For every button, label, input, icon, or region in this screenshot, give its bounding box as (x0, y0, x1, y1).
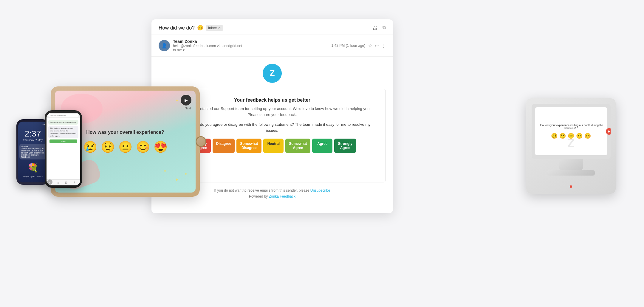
unsubscribe-link[interactable]: Unsubscribe (310, 188, 330, 193)
kiosk-screen-frame: Z How was your experience visiting our b… (532, 104, 611, 159)
kiosk-base (547, 170, 595, 176)
kiosk-screen: Z How was your experience visiting our b… (535, 107, 607, 155)
zonka-logo: Z (159, 64, 386, 83)
kiosk-pole (559, 158, 583, 170)
email-time-icons: ☆ ↩ ⋮ (368, 43, 386, 49)
phone1-time: 2:37 (25, 129, 41, 139)
kiosk-emoji-4[interactable]: 🙂 (576, 133, 583, 139)
email-timestamp: 1:42 PM (1 hour ago) (332, 44, 365, 48)
phone2-browser-bar: s.zt1.zonkaplatform.com (47, 113, 80, 118)
phone2-nav-tabs[interactable]: ⊡ (65, 181, 67, 184)
phone2-done-btn[interactable]: Done (49, 139, 77, 143)
notification-text: Thank you for placing an order with us. … (21, 148, 44, 158)
phone2-chat-message: This delivery was very smooth and on tim… (48, 126, 78, 138)
phone1-status-bar: ••• (18, 122, 47, 127)
logo-circle: Z (263, 64, 282, 83)
inbox-badge: Inbox ✕ (206, 25, 223, 31)
scene: How did we do? 😊 Inbox ✕ 🖨 ⧉ 👤 Team Zonk… (0, 0, 644, 307)
phone1-screen: ••• 2:37 Thursday, 7 May ZONKA Thank you… (18, 122, 47, 182)
phone1-unlock-text: Swipe up to unlock (23, 175, 43, 178)
phone1-container: ••• 2:37 Thursday, 7 May ZONKA Thank you… (16, 119, 49, 185)
print-icon[interactable]: 🖨 (372, 25, 378, 31)
inbox-label: Inbox (208, 26, 217, 30)
to-chevron-icon[interactable]: ▾ (183, 48, 185, 52)
strongly-agree-btn[interactable]: StronglyAgree (334, 139, 356, 153)
kiosk-emoji-5[interactable]: 😊 (584, 133, 591, 139)
email-subject: How did we do? 😊 Inbox ✕ (159, 25, 223, 31)
kiosk-emoji-2[interactable]: 😟 (559, 133, 566, 139)
email-meta: 👤 Team Zonka hello@zonkafeedback.com via… (151, 35, 393, 57)
kiosk-container: Z How was your experience visiting our b… (526, 98, 616, 194)
phone2-nav-home[interactable]: ⌂ (57, 181, 59, 184)
phone2-container: s.zt1.zonkaplatform.com Your comments an… (45, 110, 82, 188)
ipad-emoji-1[interactable]: 😢 (83, 140, 97, 154)
email-time-info: 1:42 PM (1 hour ago) ☆ ↩ ⋮ (332, 43, 386, 49)
sender-info: 👤 Team Zonka hello@zonkafeedback.com via… (159, 39, 242, 52)
ipad-emoji-row: 😢 😟 😐 😊 😍 (83, 140, 168, 154)
ipad-home-btn[interactable] (196, 136, 206, 147)
kiosk-next-btn[interactable]: ▶ (606, 128, 611, 135)
phone2-url-bar[interactable]: s.zt1.zonkaplatform.com (48, 114, 78, 117)
somewhat-disagree-btn[interactable]: SomewhatDisagree (236, 139, 261, 153)
neutral-btn[interactable]: Neutral (263, 139, 284, 153)
zonka-feedback-link[interactable]: Zonka Feedback (269, 194, 295, 199)
ipad-emoji-4[interactable]: 😊 (136, 140, 150, 154)
kiosk-watermark: Z (567, 137, 575, 150)
disagree-btn[interactable]: Disagree (213, 139, 235, 153)
ipad-next-btn[interactable]: ▶ (181, 95, 191, 106)
phone2-back-btn[interactable]: ‹ (47, 179, 52, 185)
ipad-emoji-2[interactable]: 😟 (101, 140, 115, 154)
notification-app: ZONKA (21, 145, 44, 148)
reply-icon[interactable]: ↩ (375, 43, 379, 49)
phone1-notification: ZONKA Thank you for placing an order wit… (19, 144, 46, 159)
star-icon[interactable]: ☆ (368, 43, 372, 49)
agree-btn[interactable]: Agree (312, 139, 332, 153)
phone2-frame: s.zt1.zonkaplatform.com Your comments an… (45, 110, 82, 188)
logo-letter: Z (270, 69, 275, 78)
phone2-nav-more[interactable]: ⋮ (73, 181, 76, 184)
phone1-frame: ••• 2:37 Thursday, 7 May ZONKA Thank you… (16, 119, 49, 185)
to-me-label: to me ▾ (173, 48, 242, 52)
ipad-next-label: Next (185, 107, 191, 110)
ipad-emoji-3[interactable]: 😐 (118, 140, 132, 154)
kiosk-emoji-1[interactable]: 😣 (551, 133, 558, 139)
subject-emoji: 😊 (197, 25, 203, 31)
sender-avatar: 👤 (159, 40, 170, 51)
subject-text: How did we do? (159, 25, 195, 31)
phone2-chat-title: Your comments and suggestions (48, 120, 78, 125)
email-header-actions: 🖨 ⧉ (372, 25, 386, 31)
email-header: How did we do? 😊 Inbox ✕ 🖨 ⧉ (151, 19, 393, 35)
sender-details: Team Zonka hello@zonkafeedback.com via s… (173, 39, 242, 52)
ipad-question: How was your overall experience? (86, 130, 164, 135)
sender-email-address: hello@zonkafeedback.com via sendgrid.net (173, 44, 242, 48)
kiosk-stand: Z How was your experience visiting our b… (526, 98, 616, 194)
somewhat-agree-btn[interactable]: SomewhatAgree (285, 139, 310, 153)
phone2-screen: s.zt1.zonkaplatform.com Your comments an… (47, 113, 80, 185)
inbox-close-icon[interactable]: ✕ (218, 26, 221, 30)
external-link-icon[interactable]: ⧉ (383, 25, 386, 31)
phone2-content: Your comments and suggestions This deliv… (47, 118, 80, 179)
kiosk-indicator (570, 185, 572, 188)
more-icon[interactable]: ⋮ (381, 43, 386, 49)
kiosk-question: How was your experience visiting our boo… (538, 124, 604, 130)
phone1-date: Thursday, 7 May (23, 139, 43, 142)
phone1-flower-image: 💐 (27, 162, 38, 173)
sender-name: Team Zonka (173, 39, 242, 44)
ipad-emoji-5[interactable]: 😍 (154, 140, 168, 154)
